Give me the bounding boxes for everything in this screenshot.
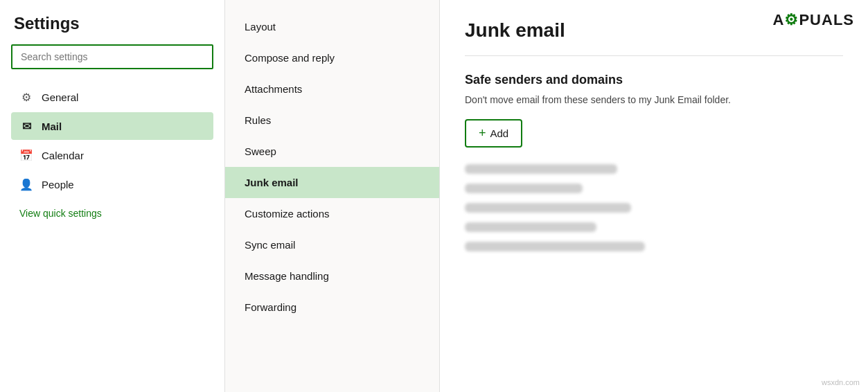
people-icon: 👤 xyxy=(19,177,33,191)
sidebar-item-label-calendar: Calendar xyxy=(42,150,84,161)
section-title: Safe senders and domains xyxy=(465,73,843,87)
middle-menu: LayoutCompose and replyAttachmentsRulesS… xyxy=(225,0,440,392)
watermark: wsxdn.com xyxy=(822,378,860,386)
view-quick-settings-link[interactable]: View quick settings xyxy=(11,202,213,224)
menu-item-attachments[interactable]: Attachments xyxy=(225,73,439,105)
add-button[interactable]: + Add xyxy=(465,119,522,148)
logo-rest: PUALS xyxy=(799,11,854,28)
logo: A⚙PUALS xyxy=(773,11,854,29)
menu-item-layout[interactable]: Layout xyxy=(225,11,439,42)
sidebar-item-calendar[interactable]: 📅 Calendar xyxy=(11,141,213,169)
sidebar-item-label-people: People xyxy=(42,179,74,190)
sidebar-item-label-general: General xyxy=(42,91,78,103)
sidebar-item-mail[interactable]: ✉ Mail xyxy=(11,112,213,140)
logo-accent: ⚙ xyxy=(784,11,799,28)
menu-item-rules[interactable]: Rules xyxy=(225,105,439,136)
nav-items: ⚙ General ✉ Mail 📅 Calendar 👤 People xyxy=(11,83,213,199)
sidebar-item-people[interactable]: 👤 People xyxy=(11,170,213,198)
menu-item-message-handling[interactable]: Message handling xyxy=(225,260,439,292)
calendar-icon: 📅 xyxy=(19,148,33,162)
menu-item-junk-email[interactable]: Junk email xyxy=(225,167,439,198)
menu-items: LayoutCompose and replyAttachmentsRulesS… xyxy=(225,11,439,323)
menu-item-sweep[interactable]: Sweep xyxy=(225,136,439,167)
logo-text: A xyxy=(773,11,785,28)
settings-title: Settings xyxy=(11,14,213,33)
blurred-email-row-2 xyxy=(465,184,583,193)
sidebar-item-general[interactable]: ⚙ General xyxy=(11,83,213,111)
blurred-email-row-3 xyxy=(465,203,631,213)
blurred-rows xyxy=(465,164,843,251)
menu-item-forwarding[interactable]: Forwarding xyxy=(225,292,439,323)
menu-item-sync-email[interactable]: Sync email xyxy=(225,229,439,260)
menu-item-compose-reply[interactable]: Compose and reply xyxy=(225,42,439,73)
sidebar-item-label-mail: Mail xyxy=(42,121,62,132)
mail-icon: ✉ xyxy=(19,119,33,133)
search-input[interactable] xyxy=(11,44,213,69)
section-desc: Don't move email from these senders to m… xyxy=(465,94,843,105)
blurred-email-row-5 xyxy=(465,242,645,251)
general-icon: ⚙ xyxy=(19,90,33,104)
plus-icon: + xyxy=(479,126,486,141)
add-button-label: Add xyxy=(490,127,509,139)
main-content: Junk email Safe senders and domains Don'… xyxy=(440,0,868,392)
blurred-email-row-4 xyxy=(465,222,596,232)
menu-item-customize-actions[interactable]: Customize actions xyxy=(225,198,439,229)
sidebar: Settings ⚙ General ✉ Mail 📅 Calendar 👤 P… xyxy=(0,0,225,392)
divider xyxy=(465,55,843,56)
blurred-email-row-1 xyxy=(465,164,617,174)
